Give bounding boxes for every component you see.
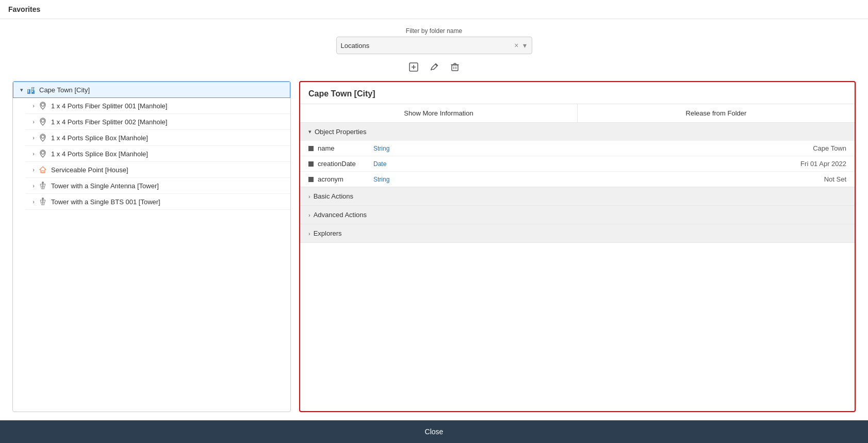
filter-clear-button[interactable]: × <box>513 40 519 51</box>
child-label-1: 1 x 4 Ports Fiber Splitter 001 [Manhole] <box>51 102 167 110</box>
tree-children: › 1 x 4 Ports Fiber Splitter 001 [Manhol… <box>13 98 290 210</box>
detail-panel: Cape Town [City] Show More Information R… <box>299 81 856 412</box>
svg-line-28 <box>44 184 45 189</box>
tree-item[interactable]: › 1 x 4 Ports Splice Box [Manhole] <box>25 146 290 162</box>
svg-line-27 <box>40 184 42 189</box>
child-label-6: Tower with a Single Antenna [Tower] <box>51 182 159 190</box>
location-icon-1 <box>38 101 48 111</box>
prop-type-creationdate: Date <box>373 160 386 168</box>
tower-icon-1 <box>38 181 48 191</box>
tree-item[interactable]: › 1 x 4 Ports Fiber Splitter 002 [Manhol… <box>25 114 290 130</box>
svg-point-19 <box>41 119 44 122</box>
location-icon-4 <box>38 149 48 159</box>
prop-row-creationdate: creationDate Date Fri 01 Apr 2022 <box>300 156 855 172</box>
location-icon-3 <box>38 133 48 143</box>
svg-rect-11 <box>28 90 29 91</box>
main-content: Filter by folder name Locations × ▾ <box>0 19 868 420</box>
toolbar <box>12 60 856 76</box>
filter-label: Filter by folder name <box>406 27 462 35</box>
location-icon-2 <box>38 117 48 127</box>
svg-rect-12 <box>28 91 29 92</box>
svg-rect-13 <box>32 88 33 89</box>
object-properties-label: Object Properties <box>315 128 366 136</box>
child-label-3: 1 x 4 Ports Splice Box [Manhole] <box>51 134 148 142</box>
filter-dropdown-button[interactable]: ▾ <box>522 40 528 51</box>
child-expand-icon-3: › <box>29 134 38 142</box>
city-icon <box>26 85 36 95</box>
prop-color-name <box>308 146 314 151</box>
svg-point-20 <box>41 135 44 138</box>
prop-value-acronym: Not Set <box>824 175 846 183</box>
explorers-toggle: › <box>308 231 310 237</box>
object-properties-header[interactable]: ▾ Object Properties <box>300 123 855 141</box>
advanced-actions-section: › Advanced Actions <box>300 206 855 224</box>
advanced-actions-header[interactable]: › Advanced Actions <box>300 206 855 224</box>
tree-root-item[interactable]: ▾ Cape Town [City] <box>13 81 290 98</box>
explorers-label: Explorers <box>314 229 342 237</box>
svg-line-33 <box>40 200 42 205</box>
advanced-actions-toggle: › <box>308 212 310 218</box>
svg-rect-15 <box>32 91 33 92</box>
prop-name-creationdate: creationDate <box>318 160 369 168</box>
object-properties-body: name String Cape Town creationDate Date … <box>300 141 855 187</box>
delete-button[interactable] <box>447 60 463 76</box>
prop-name-name: name <box>318 144 369 152</box>
prop-type-name: String <box>373 145 389 152</box>
svg-line-34 <box>44 200 45 205</box>
tree-panel: ▾ Cape Town [City] <box>12 81 291 412</box>
detail-title: Cape Town [City] <box>300 82 855 104</box>
basic-actions-label: Basic Actions <box>314 192 353 200</box>
svg-point-21 <box>41 151 44 154</box>
explorers-section: › Explorers <box>300 224 855 243</box>
filter-value: Locations <box>341 42 370 50</box>
prop-value-creationdate: Fri 01 Apr 2022 <box>800 160 846 168</box>
prop-color-acronym <box>308 177 314 182</box>
tree-item[interactable]: › 1 x 4 Ports Fiber Splitter 001 [Manhol… <box>25 98 290 114</box>
tree-item[interactable]: › Tower with a Single Antenna [Tower] <box>25 178 290 194</box>
prop-row-name: name String Cape Town <box>300 141 855 156</box>
root-item-label: Cape Town [City] <box>39 86 90 94</box>
child-expand-icon-2: › <box>29 118 38 126</box>
close-button[interactable]: Close <box>417 425 452 438</box>
svg-rect-5 <box>452 65 458 71</box>
child-label-2: 1 x 4 Ports Fiber Splitter 002 [Manhole] <box>51 118 167 126</box>
detail-actions: Show More Information Release from Folde… <box>300 104 855 123</box>
page-title: Favorites <box>0 0 868 19</box>
object-properties-toggle: ▾ <box>308 128 312 135</box>
bottom-bar: Close <box>0 420 868 443</box>
release-from-folder-button[interactable]: Release from Folder <box>578 104 855 122</box>
explorers-header[interactable]: › Explorers <box>300 224 855 242</box>
show-more-button[interactable]: Show More Information <box>300 104 578 122</box>
basic-actions-header[interactable]: › Basic Actions <box>300 187 855 205</box>
advanced-actions-label: Advanced Actions <box>314 211 367 219</box>
child-expand-icon-4: › <box>29 150 38 158</box>
child-expand-icon-6: › <box>29 182 38 190</box>
prop-row-acronym: acronym String Not Set <box>300 172 855 187</box>
child-label-4: 1 x 4 Ports Splice Box [Manhole] <box>51 150 148 158</box>
tree-item[interactable]: › 1 x 4 Ports Splice Box [Manhole] <box>25 130 290 146</box>
prop-color-creationdate <box>308 161 314 167</box>
svg-rect-16 <box>34 88 35 89</box>
svg-marker-22 <box>40 167 46 173</box>
edit-button[interactable] <box>426 60 443 76</box>
svg-rect-23 <box>42 171 44 173</box>
child-expand-icon-7: › <box>29 198 38 206</box>
filter-section: Filter by folder name Locations × ▾ <box>12 27 856 54</box>
filter-select-box[interactable]: Locations × ▾ <box>336 37 532 54</box>
prop-name-acronym: acronym <box>318 175 369 183</box>
basic-actions-toggle: › <box>308 193 310 200</box>
tree-item[interactable]: › Serviceable Point [House] <box>25 162 290 178</box>
house-icon <box>38 165 48 175</box>
svg-point-18 <box>41 103 44 106</box>
child-expand-icon-5: › <box>29 166 38 174</box>
svg-rect-14 <box>32 89 33 90</box>
child-label-7: Tower with a Single BTS 001 [Tower] <box>51 198 160 206</box>
basic-actions-section: › Basic Actions <box>300 187 855 206</box>
prop-value-name: Cape Town <box>813 144 846 152</box>
svg-rect-17 <box>34 89 35 90</box>
add-button[interactable] <box>405 60 422 76</box>
tower-icon-2 <box>38 196 48 207</box>
tree-item[interactable]: › Tower with a Single BTS 001 [Tower] <box>25 194 290 210</box>
object-properties-section: ▾ Object Properties name String Cape Tow… <box>300 123 855 187</box>
filter-select-icons: × ▾ <box>513 40 527 51</box>
